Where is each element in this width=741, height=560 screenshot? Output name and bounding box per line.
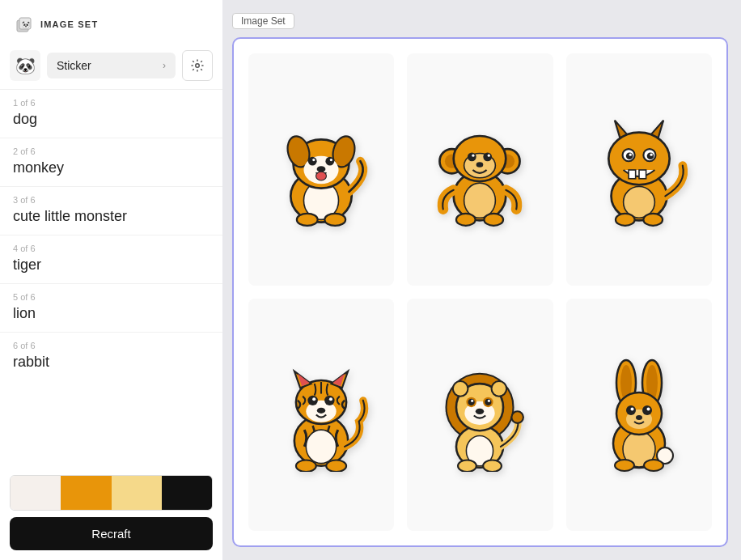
image-cell-lion[interactable]	[407, 299, 553, 531]
svg-point-57	[324, 395, 334, 405]
svg-point-59	[329, 397, 332, 401]
image-cell-monkey[interactable]	[407, 53, 553, 286]
color-swatch-3[interactable]	[112, 476, 162, 510]
list-item[interactable]: 6 of 6 rabbit	[0, 332, 222, 380]
svg-point-88	[626, 405, 636, 415]
sidebar-title: IMAGE SET	[40, 19, 98, 29]
svg-point-62	[326, 460, 346, 472]
items-list: 1 of 6 dog 2 of 6 monkey 3 of 6 cute lit…	[0, 89, 222, 469]
svg-point-75	[488, 399, 490, 401]
svg-point-27	[484, 152, 493, 161]
breadcrumb: Image Set	[232, 13, 728, 29]
item-name-5: lion	[13, 305, 210, 322]
svg-point-89	[642, 405, 652, 415]
svg-point-13	[330, 159, 332, 161]
list-item[interactable]: 2 of 6 monkey	[0, 138, 222, 186]
item-index-4: 4 of 6	[13, 244, 210, 253]
list-item[interactable]: 1 of 6 dog	[0, 89, 222, 138]
image-cell-dog[interactable]	[248, 53, 394, 286]
svg-point-58	[312, 397, 315, 401]
image-cell-rabbit[interactable]	[566, 299, 712, 531]
svg-point-77	[512, 411, 524, 423]
list-item[interactable]: 5 of 6 lion	[0, 283, 222, 332]
svg-point-60	[317, 407, 325, 413]
image-grid	[248, 53, 712, 531]
list-item[interactable]: 3 of 6 cute little monster	[0, 186, 222, 235]
svg-point-14	[317, 166, 326, 172]
settings-button[interactable]	[182, 50, 213, 81]
breadcrumb-tag: Image Set	[232, 13, 294, 29]
sticker-thumb: 🐼	[10, 50, 40, 81]
svg-text:🐼: 🐼	[22, 20, 30, 28]
svg-point-46	[616, 213, 635, 225]
svg-point-17	[324, 213, 345, 225]
item-name-4: tiger	[13, 257, 210, 274]
svg-point-19	[464, 183, 496, 218]
svg-point-32	[485, 213, 504, 225]
item-index-3: 3 of 6	[13, 195, 210, 205]
svg-rect-45	[639, 170, 646, 179]
svg-point-10	[308, 156, 317, 165]
svg-point-76	[476, 408, 484, 414]
svg-point-15	[316, 172, 327, 180]
item-index-1: 1 of 6	[13, 98, 210, 108]
image-cell-tiger[interactable]	[248, 299, 394, 531]
svg-point-47	[643, 213, 663, 225]
svg-point-11	[326, 156, 335, 165]
color-swatch-4[interactable]	[162, 476, 212, 510]
svg-point-79	[484, 460, 502, 472]
svg-point-30	[476, 162, 484, 167]
svg-point-95	[644, 460, 663, 471]
svg-rect-44	[629, 170, 636, 179]
color-palette	[10, 475, 213, 511]
item-index-5: 5 of 6	[13, 292, 210, 302]
svg-point-69	[492, 381, 507, 397]
color-swatch-1[interactable]	[11, 476, 61, 510]
svg-point-3	[196, 64, 200, 68]
item-name-6: rabbit	[13, 354, 210, 371]
sticker-label: Sticker	[57, 59, 91, 72]
image-set-icon: 🐼	[13, 13, 36, 36]
svg-point-73	[485, 398, 492, 405]
svg-point-43	[650, 153, 652, 155]
svg-point-29	[488, 154, 490, 156]
svg-point-40	[626, 152, 633, 159]
svg-marker-37	[651, 120, 663, 138]
svg-point-68	[453, 381, 468, 397]
svg-point-91	[646, 407, 650, 410]
image-grid-container	[232, 37, 728, 547]
svg-point-61	[296, 460, 316, 472]
svg-point-90	[630, 407, 633, 410]
sidebar-header: 🐼 IMAGE SET	[0, 0, 222, 45]
item-index-2: 2 of 6	[13, 146, 210, 156]
svg-point-28	[472, 154, 475, 156]
item-name-1: dog	[13, 111, 210, 128]
svg-point-49	[306, 430, 336, 463]
svg-point-41	[647, 152, 654, 159]
svg-point-78	[459, 460, 477, 472]
item-index-6: 6 of 6	[13, 341, 210, 350]
svg-point-42	[629, 153, 631, 155]
svg-point-26	[468, 152, 476, 161]
svg-point-74	[472, 399, 474, 401]
sticker-row: 🐼 Sticker ›	[0, 45, 222, 89]
svg-point-31	[456, 213, 476, 225]
svg-point-94	[615, 460, 634, 471]
image-cell-monster[interactable]	[566, 53, 712, 286]
list-item[interactable]: 4 of 6 tiger	[0, 235, 222, 283]
sidebar: 🐼 IMAGE SET 🐼 Sticker › 1 of 6 dog 2 of …	[0, 0, 222, 560]
svg-marker-36	[615, 120, 627, 138]
main-content: Image Set	[222, 0, 741, 560]
svg-point-92	[636, 415, 642, 420]
svg-point-12	[312, 159, 315, 161]
sticker-label-button[interactable]: Sticker ›	[47, 53, 176, 78]
svg-point-56	[308, 395, 318, 405]
chevron-right-icon: ›	[163, 60, 166, 71]
svg-point-16	[297, 213, 318, 225]
color-swatch-2[interactable]	[61, 476, 111, 510]
svg-point-72	[468, 398, 475, 405]
recraft-button[interactable]: Recraft	[10, 517, 213, 550]
item-name-3: cute little monster	[13, 208, 210, 225]
item-name-2: monkey	[13, 159, 210, 176]
